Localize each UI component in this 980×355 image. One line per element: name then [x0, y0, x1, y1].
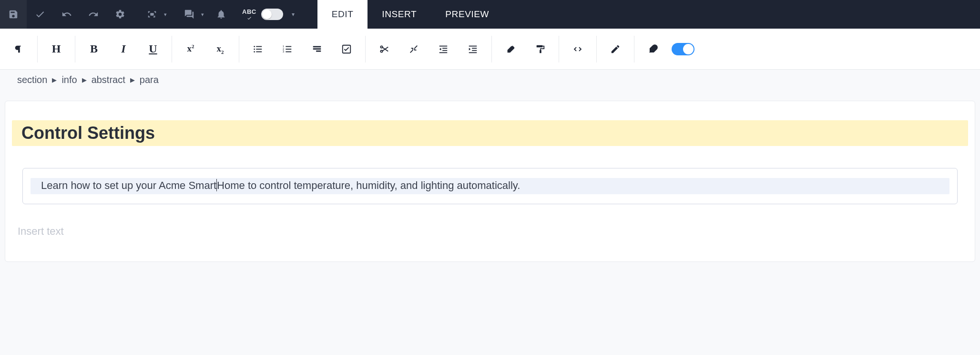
fullscreen-dropdown[interactable]: ▾	[133, 0, 171, 29]
paragraph-text-after: Home to control temperature, humidity, a…	[217, 179, 520, 191]
gear-icon	[115, 9, 125, 20]
paragraph-mark-button[interactable]	[4, 36, 33, 63]
redo-button[interactable]	[80, 0, 107, 29]
redo-icon	[88, 9, 99, 20]
insert-text-placeholder[interactable]: Insert text	[18, 225, 970, 238]
save-button[interactable]	[0, 0, 27, 29]
settings-button[interactable]	[107, 0, 133, 29]
bulleted-list-button[interactable]	[243, 36, 273, 63]
author-mode-toggle[interactable]	[672, 43, 694, 55]
svg-rect-14	[313, 48, 321, 50]
indent-icon	[312, 44, 322, 54]
code-view-button[interactable]	[563, 36, 592, 63]
svg-rect-21	[442, 50, 447, 51]
title-block[interactable]: Control Settings	[12, 120, 968, 146]
abstract-block[interactable]: Learn how to set up your Acme SmartHome …	[22, 168, 958, 204]
svg-point-3	[254, 51, 255, 52]
heading-button[interactable]: H	[41, 36, 71, 63]
spellcheck-toggle[interactable]	[261, 9, 283, 20]
tab-preview[interactable]: PREVIEW	[431, 0, 503, 29]
outdent-icon	[438, 44, 449, 54]
top-toolbar: ▾ ▾ ABC ▾ EDIT INSERT PREVIEW	[0, 0, 980, 29]
paragraph-block[interactable]: Learn how to set up your Acme SmartHome …	[31, 178, 949, 194]
format-painter-button[interactable]	[525, 36, 555, 63]
indent-button[interactable]	[458, 36, 488, 63]
svg-rect-13	[313, 46, 321, 47]
collapse-button[interactable]	[399, 36, 429, 63]
eraser-button[interactable]	[496, 36, 525, 63]
list-ul-icon	[253, 44, 263, 54]
pencil-icon	[610, 44, 621, 54]
chevron-right-icon: ▶	[52, 76, 57, 84]
spellcheck-dropdown[interactable]: ▾	[288, 11, 298, 18]
svg-point-1	[254, 46, 255, 47]
svg-rect-20	[442, 48, 447, 49]
svg-rect-11	[286, 49, 291, 50]
comments-icon	[184, 9, 194, 20]
svg-rect-28	[540, 50, 541, 52]
indent-right-icon	[468, 44, 478, 54]
breadcrumb-item[interactable]: section	[17, 74, 47, 85]
check-icon	[35, 9, 45, 20]
svg-rect-27	[537, 45, 543, 47]
svg-rect-6	[256, 51, 262, 52]
list-ol-icon: 123	[282, 44, 293, 54]
svg-rect-4	[256, 46, 262, 47]
svg-rect-12	[286, 51, 291, 52]
numbered-list-button[interactable]: 123	[273, 36, 302, 63]
svg-rect-0	[150, 13, 153, 16]
chevron-right-icon: ▶	[82, 76, 87, 84]
layout-button[interactable]	[302, 36, 332, 63]
chevron-right-icon: ▶	[130, 76, 135, 84]
underline-button[interactable]: U	[138, 36, 168, 63]
breadcrumb-item[interactable]: abstract	[92, 74, 125, 85]
checkbox-icon	[341, 44, 352, 54]
breadcrumb-item[interactable]: para	[140, 74, 159, 85]
spellcheck-group: ABC ▾	[235, 8, 306, 21]
quill-button[interactable]	[638, 36, 668, 63]
svg-rect-15	[316, 50, 321, 52]
svg-rect-26	[469, 52, 477, 53]
document-title: Control Settings	[21, 123, 959, 143]
breadcrumb: section ▶ info ▶ abstract ▶ para	[0, 70, 980, 90]
svg-rect-24	[472, 48, 477, 49]
svg-rect-25	[472, 50, 477, 51]
eraser-icon	[505, 44, 516, 54]
scissors-icon	[379, 44, 389, 54]
edit-button[interactable]	[601, 36, 630, 63]
tab-edit[interactable]: EDIT	[317, 0, 368, 29]
notifications-button[interactable]	[208, 0, 235, 29]
fullscreen-icon	[147, 9, 157, 20]
editor-area: Control Settings Learn how to set up you…	[5, 101, 975, 262]
compress-icon	[408, 44, 419, 54]
svg-rect-10	[286, 46, 291, 47]
paint-roller-icon	[535, 44, 545, 54]
comments-dropdown[interactable]: ▾	[171, 0, 208, 29]
bold-button[interactable]: B	[79, 36, 109, 63]
svg-rect-5	[256, 49, 262, 50]
svg-rect-19	[439, 45, 448, 46]
breadcrumb-item[interactable]: info	[61, 74, 77, 85]
paragraph-text-before: Learn how to set up your Acme Smart	[41, 179, 216, 191]
save-icon	[8, 9, 19, 20]
svg-rect-22	[439, 52, 448, 53]
tab-insert[interactable]: INSERT	[368, 0, 431, 29]
spellcheck-label: ABC	[242, 8, 256, 21]
svg-text:3: 3	[283, 50, 284, 53]
undo-button[interactable]	[53, 0, 80, 29]
italic-button[interactable]: I	[109, 36, 138, 63]
chevron-down-icon: ▾	[201, 11, 204, 18]
subscript-button[interactable]: x2	[205, 36, 235, 63]
undo-icon	[61, 9, 72, 20]
outdent-button[interactable]	[429, 36, 458, 63]
bell-icon	[216, 9, 226, 20]
feather-icon	[648, 44, 658, 54]
cut-button[interactable]	[369, 36, 399, 63]
checklist-button[interactable]	[332, 36, 361, 63]
svg-point-2	[254, 48, 255, 50]
superscript-button[interactable]: x2	[176, 36, 205, 63]
code-icon	[572, 44, 583, 54]
main-tabs: EDIT INSERT PREVIEW	[317, 0, 503, 29]
confirm-button[interactable]	[27, 0, 53, 29]
pilcrow-icon	[13, 44, 24, 54]
